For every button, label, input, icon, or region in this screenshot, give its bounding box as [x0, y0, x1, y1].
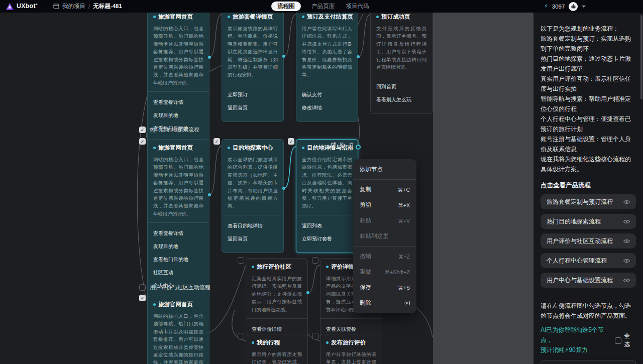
eye-icon[interactable]	[623, 199, 630, 205]
context-menu-shortcut: ⌘+Shift+Z	[385, 269, 410, 275]
node-description: 展示旅游线路的具体行程、包含服务、价格说明及精美图集。用户可以在此页面选择出发日…	[228, 25, 278, 79]
tab-流程图[interactable]: 流程图	[271, 2, 301, 11]
node-checkbox[interactable]	[238, 257, 244, 264]
flow-node[interactable]: 发布旅行评价用户分享旅行体验的表单页，支持上传多张照片、为导游/酒店/服务评分，…	[320, 334, 382, 364]
node-title-row: 目的地探索中心	[228, 144, 278, 152]
node-action-link[interactable]: 立即预订套餐	[302, 235, 352, 242]
node-action-link[interactable]: 修改详情	[302, 104, 352, 111]
flow-preview-button[interactable]: 旅游套餐定制与预订流程	[541, 194, 636, 209]
node-title: 旅游套餐详情页	[233, 13, 273, 21]
flow-section-label: ✓热门目的地探索流程	[139, 126, 199, 134]
node-action-link[interactable]: 发现目的地	[153, 112, 203, 119]
node-actions: 确认支付修改详情	[296, 84, 358, 111]
connection-port[interactable]	[357, 55, 360, 58]
node-actions: 查看套餐详情发现目的地查看热门目的地社区互动个人中心	[148, 222, 209, 289]
node-action-link[interactable]: 确认支付	[302, 91, 352, 98]
connection-port[interactable]	[282, 55, 285, 58]
node-title-row: 旅游官网首页	[153, 13, 203, 21]
flow-preview-button[interactable]: 用户中心与基础设置流程	[541, 273, 636, 288]
context-menu-item-添加节点[interactable]: 添加节点	[353, 162, 416, 177]
node-checkbox[interactable]	[312, 333, 318, 339]
app-logo[interactable]: UXbot+	[0, 3, 38, 10]
delete-node-icon[interactable]	[349, 142, 354, 148]
flow-preview-label: 用户评价与社区互动流程	[547, 237, 613, 246]
context-menu-shortcut: ⌘+S	[398, 285, 410, 291]
context-menu-item-剪切[interactable]: 剪切⌘+X	[353, 197, 416, 213]
node-action-link[interactable]: 查看关联套餐	[326, 326, 376, 333]
section-checkbox[interactable]: ✓	[139, 127, 146, 133]
node-action-link[interactable]: 回到首页	[376, 83, 426, 90]
flow-node[interactable]: 旅游官网首页网站的核心入口，包含顶部导航、热门目的地滑动卡片以及明星旅游套餐推荐…	[147, 139, 209, 300]
node-action-link[interactable]: 查看套餐详情	[153, 99, 203, 106]
ui-style-input[interactable]: AI智能推荐UI风格 ⇄	[541, 360, 636, 364]
eye-icon[interactable]	[623, 238, 630, 245]
tab-产品页面[interactable]: 产品页面	[312, 3, 335, 10]
node-action-link[interactable]: 看看别人怎么玩	[376, 96, 426, 103]
edit-node-icon[interactable]	[331, 142, 336, 148]
node-checkbox[interactable]: ✓	[139, 138, 146, 145]
connection-port[interactable]	[306, 291, 309, 294]
context-menu-item-删除[interactable]: 删除	[353, 295, 416, 311]
node-checkbox[interactable]: ✓	[213, 138, 220, 145]
flow-node[interactable]: 预订成功页支付完成后的反馈页面，显示订单编号、预订详情及后续行程指引。用户可以下…	[370, 13, 433, 114]
context-menu-shortcut: ⌘+C	[398, 187, 410, 193]
node-action-link[interactable]: 查看套餐详情	[153, 230, 203, 237]
eye-icon[interactable]	[623, 218, 630, 225]
node-action-link[interactable]: 社区互动	[153, 269, 203, 276]
breadcrumb-project[interactable]: 我的项目	[62, 3, 85, 10]
node-checkbox[interactable]	[238, 333, 244, 339]
node-action-link[interactable]: 查看评价详情	[252, 326, 302, 333]
node-action-link[interactable]: 返回首页	[228, 235, 278, 242]
flow-node[interactable]: 目的地详情与指南全方位介绍特定城市的旅游信息，包括城市概况、推荐玩法、必选景点及…	[296, 139, 358, 253]
ai-message-line: 现在我将为您细化这些核心流程的具体设计方案。	[541, 154, 636, 174]
select-all-checkbox[interactable]	[615, 337, 621, 344]
user-avatar[interactable]	[569, 2, 578, 11]
context-menu-item-复制[interactable]: 复制⌘+C	[353, 182, 416, 197]
node-action-link[interactable]: 查看目的地详情	[228, 222, 278, 229]
sidebar-scrollbar[interactable]	[640, 15, 642, 99]
top-bar: UXbot+ 我的项目 / 无标题-481 流程图产品页面项目代码 ⚡ 3097	[0, 0, 643, 13]
node-checkbox[interactable]: ✓	[139, 295, 146, 301]
node-title: 旅游官网首页	[158, 144, 193, 152]
flow-node[interactable]: 预订及支付结算页用户需在此填写出行人详细信息、联系方式，并选择支付方式进行最终结…	[296, 13, 358, 122]
node-port-icon	[376, 16, 379, 18]
flow-preview-button[interactable]: 热门目的地探索流程	[541, 214, 636, 229]
node-title: 旅行评价社区	[257, 263, 291, 271]
flow-node[interactable]: 旅游套餐详情页展示旅游线路的具体行程、包含服务、价格说明及精美图集。用户可以在此…	[222, 13, 284, 122]
eye-icon[interactable]	[623, 277, 630, 284]
flow-node[interactable]: 我的行程展示用户的所有历史预订记录，包括已完成、待出行和已取消的订单。作为评价功…	[246, 334, 308, 364]
connection-port[interactable]	[208, 56, 211, 59]
tab-项目代码[interactable]: 项目代码	[346, 3, 369, 10]
node-checkbox[interactable]: ✓	[288, 138, 294, 145]
chevron-down-icon[interactable]	[582, 6, 586, 8]
node-title-row: 旅行评价社区	[252, 263, 302, 271]
eye-icon[interactable]	[623, 258, 630, 264]
node-action-link[interactable]: 返回列表	[302, 222, 352, 229]
breadcrumb-document-title[interactable]: 无标题-481	[93, 3, 122, 10]
node-action-link[interactable]: 立即预订	[228, 91, 278, 98]
node-action-link[interactable]: 返回首页	[228, 104, 278, 111]
context-menu-item-保存[interactable]: 保存⌘+S	[353, 280, 416, 295]
connection-port[interactable]	[282, 187, 285, 190]
flow-canvas[interactable]: ✓热门目的地探索流程用户评价与社区互动流程旅游官网首页网站的核心入口，包含顶部导…	[0, 13, 433, 364]
node-title-row: 我的行程	[252, 339, 302, 346]
node-checkbox[interactable]	[312, 257, 318, 264]
flow-section-label: 用户评价与社区互动流程	[139, 284, 210, 291]
flow-preview-button[interactable]: 个人行程中心管理流程	[541, 253, 636, 268]
ai-message: 以下是为您规划的业务流程：旅游套餐定制与预订：实现从选购到下单的完整闭环热门目的…	[541, 24, 636, 174]
flow-node[interactable]: 目的地探索中心展示全球热门旅游城市的综合列表，提供多维度筛选器（如地区、主题、预…	[222, 139, 284, 253]
flow-preview-button[interactable]: 用户评价与社区互动流程	[541, 233, 636, 249]
ai-message-line: 真实用户评价互动：展示社区信任度与出行实拍	[541, 74, 636, 94]
credits-bolt-icon: ⚡	[544, 3, 548, 10]
node-title: 我的行程	[257, 339, 280, 346]
node-action-link[interactable]: 查看热门目的地	[153, 256, 203, 263]
duplicate-node-icon[interactable]	[340, 142, 345, 148]
node-action-link[interactable]: 发现目的地	[153, 243, 203, 250]
connection-port[interactable]	[208, 193, 211, 196]
node-title: 旅游官网首页	[158, 301, 193, 308]
node-description: 展示用户的所有历史预订记录，包括已完成、待出行和已取消的订单。作为评价功能的入口…	[252, 350, 302, 364]
node-description: 网站的核心入口，包含顶部导航、热门目的地滑动卡片以及明星旅游套餐推荐。用户可以通…	[153, 312, 203, 364]
flow-node[interactable]: 旅游官网首页网站的核心入口，包含顶部导航、热门目的地滑动卡片以及明星旅游套餐推荐…	[147, 296, 209, 364]
section-checkbox[interactable]	[139, 284, 146, 291]
connection-port[interactable]	[356, 145, 361, 150]
